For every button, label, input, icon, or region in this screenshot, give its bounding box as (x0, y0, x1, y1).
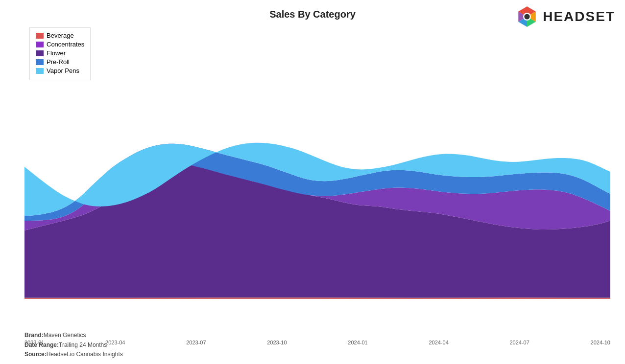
footer-source-label: Source: (24, 351, 47, 358)
legend-color-beverage (36, 33, 44, 39)
svg-point-2 (525, 14, 530, 19)
footer-source: Source:Headset.io Cannabis Insights (24, 350, 123, 359)
legend-item-concentrates: Concentrates (36, 41, 84, 48)
chart-container: HEADSET Sales By Category Beverage Conce… (0, 0, 625, 364)
legend-color-preroll (36, 59, 44, 65)
footer-source-value: Headset.io Cannabis Insights (47, 351, 123, 358)
chart-area: Beverage Concentrates Flower Pre-Roll Va… (24, 25, 610, 299)
x-label-6: 2024-07 (509, 340, 529, 345)
legend-item-preroll: Pre-Roll (36, 58, 84, 66)
legend-label-preroll: Pre-Roll (47, 58, 70, 66)
x-label-2: 2023-07 (186, 340, 206, 345)
legend-item-flower: Flower (36, 49, 84, 57)
legend-color-flower (36, 50, 44, 56)
footer-daterange: Date Range:Trailing 24 Months (24, 341, 123, 350)
legend-color-vaporpens (36, 68, 44, 74)
legend-label-concentrates: Concentrates (47, 41, 84, 48)
footer-daterange-value: Trailing 24 Months (59, 341, 107, 348)
legend-label-flower: Flower (47, 49, 66, 57)
legend-item-beverage: Beverage (36, 32, 84, 39)
chart-legend: Beverage Concentrates Flower Pre-Roll Va… (29, 27, 91, 80)
x-label-4: 2024-01 (348, 340, 367, 345)
area-chart-svg (24, 25, 610, 299)
x-label-5: 2024-04 (429, 340, 448, 345)
chart-footer: Brand:Maven Genetics Date Range:Trailing… (24, 331, 123, 359)
logo-text: HEADSET (543, 9, 615, 24)
footer-daterange-label: Date Range: (24, 341, 59, 348)
footer-brand-label: Brand: (24, 332, 44, 339)
legend-label-vaporpens: Vapor Pens (47, 67, 79, 74)
footer-brand: Brand:Maven Genetics (24, 331, 123, 340)
x-label-7: 2024-10 (591, 340, 610, 345)
legend-label-beverage: Beverage (47, 32, 74, 39)
legend-item-vaporpens: Vapor Pens (36, 67, 84, 74)
x-label-3: 2023-10 (267, 340, 287, 345)
footer-brand-value: Maven Genetics (44, 332, 86, 339)
legend-color-concentrates (36, 42, 44, 47)
